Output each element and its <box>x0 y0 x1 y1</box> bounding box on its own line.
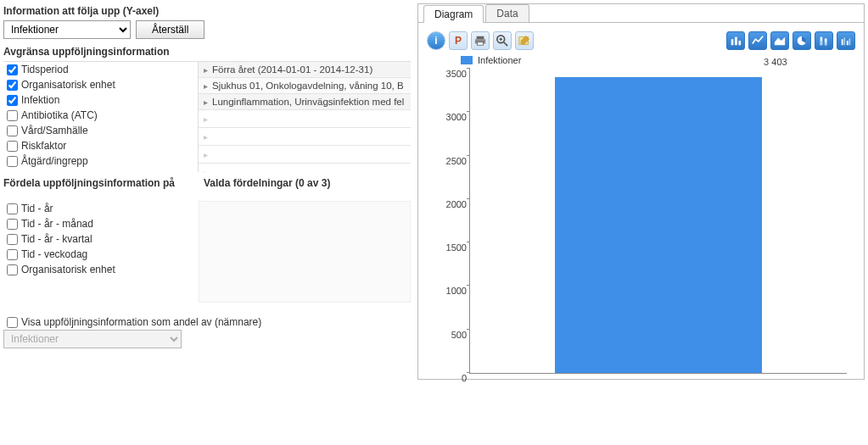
grouped-bar-icon[interactable] <box>837 31 855 50</box>
svg-rect-10 <box>739 41 742 45</box>
y-tick-label: 2000 <box>436 199 467 209</box>
share-checkbox[interactable] <box>7 317 18 328</box>
share-checkbox-row[interactable]: Visa uppföljningsinformation som andel a… <box>3 314 411 330</box>
tab-data[interactable]: Data <box>485 4 529 22</box>
stacked-bar-icon[interactable] <box>815 31 833 50</box>
dist-item-org-enhet[interactable]: Organisatorisk enhet <box>3 262 199 277</box>
info-icon[interactable]: i <box>427 31 445 50</box>
line-chart-icon[interactable] <box>748 31 767 50</box>
filter-item-tidsperiod[interactable]: Tidsperiod <box>3 62 198 77</box>
filter-left-list[interactable]: Tidsperiod Organisatorisk enhet Infektio… <box>3 62 199 172</box>
edit-icon[interactable] <box>515 31 534 50</box>
valda-title: Valda fördelningar (0 av 3) <box>204 177 411 189</box>
y-tick-label: 1000 <box>436 286 467 296</box>
chart-bar <box>555 77 762 373</box>
svg-rect-9 <box>735 37 737 46</box>
powerpoint-icon[interactable]: P <box>449 31 468 50</box>
filter-item-atgard[interactable]: Åtgärd/ingrepp <box>3 153 198 169</box>
chart-plot: 05001000150020002500300035003 403 <box>469 69 847 374</box>
info-select[interactable]: Infektioner <box>3 20 131 39</box>
caret-right-icon: ▸ <box>204 132 208 142</box>
area-chart-icon[interactable] <box>770 31 789 50</box>
print-icon[interactable] <box>471 31 490 50</box>
toolbar-left: i P <box>427 31 534 50</box>
caret-right-icon: ▸ <box>204 150 208 159</box>
bar-chart-icon[interactable] <box>726 31 745 50</box>
filter-item-riskfaktor[interactable]: Riskfaktor <box>3 138 198 153</box>
svg-rect-8 <box>731 39 734 45</box>
chart-legend: Infektioner <box>461 55 855 65</box>
filter-right-list[interactable]: ▸Förra året (2014-01-01 - 2014-12-31) ▸S… <box>199 62 411 172</box>
svg-rect-0 <box>477 36 484 40</box>
y-tick-label: 500 <box>436 330 467 340</box>
share-checkbox-label: Visa uppföljningsinformation som andel a… <box>21 316 261 328</box>
svg-rect-16 <box>825 42 827 46</box>
filter-item-organisatorisk-enhet[interactable]: Organisatorisk enhet <box>3 77 198 92</box>
caret-right-icon: ▸ <box>204 168 208 172</box>
svg-line-4 <box>504 42 507 46</box>
filter-right-empty: ▸ <box>199 110 411 128</box>
y-tick-label: 2500 <box>436 156 467 166</box>
svg-rect-17 <box>842 39 843 45</box>
filter-right-empty: ▸ <box>199 128 411 146</box>
valda-fordelningar-panel <box>199 201 411 303</box>
info-title: Information att följa upp (Y-axel) <box>3 5 411 17</box>
dist-item-tid-kvartal[interactable]: Tid - år - kvartal <box>3 231 199 247</box>
y-tick-label: 3500 <box>436 69 467 79</box>
share-select: Infektioner <box>3 330 182 348</box>
dist-title: Fördela uppföljningsinformation på <box>3 177 199 189</box>
zoom-in-icon[interactable] <box>493 31 512 50</box>
dist-item-tid-ar[interactable]: Tid - år <box>3 201 199 216</box>
legend-swatch <box>461 56 473 64</box>
y-tick-label: 3000 <box>436 112 467 122</box>
filter-item-antibiotika[interactable]: Antibiotika (ATC) <box>3 108 198 123</box>
filter-right-empty: ▸ <box>199 164 411 172</box>
dist-left-list[interactable]: Tid - år Tid - år - månad Tid - år - kva… <box>3 201 199 303</box>
y-tick-label: 0 <box>436 373 467 383</box>
caret-right-icon: ▸ <box>204 81 208 91</box>
caret-right-icon: ▸ <box>204 114 208 124</box>
svg-marker-11 <box>775 37 785 46</box>
caret-right-icon: ▸ <box>204 65 208 75</box>
bar-value-label: 3 403 <box>764 57 787 67</box>
filter-item-vard-samhalle[interactable]: Vård/Samhälle <box>3 123 198 138</box>
svg-rect-18 <box>843 38 845 46</box>
svg-rect-2 <box>478 42 484 46</box>
tab-diagram[interactable]: Diagram <box>423 5 484 23</box>
legend-label: Infektioner <box>478 55 521 65</box>
filter-item-infektion[interactable]: Infektion <box>3 92 198 108</box>
filter-right-row[interactable]: ▸Lunginflammation, Urinvägsinfektion med… <box>199 94 411 110</box>
pie-chart-icon[interactable] <box>792 31 811 50</box>
filter-title: Avgränsa uppföljningsinformation <box>3 46 411 58</box>
filter-right-row[interactable]: ▸Förra året (2014-01-01 - 2014-12-31) <box>199 62 411 78</box>
reset-button[interactable]: Återställ <box>136 20 204 39</box>
dist-item-tid-veckodag[interactable]: Tid - veckodag <box>3 247 199 262</box>
filter-right-empty: ▸ <box>199 146 411 164</box>
svg-rect-14 <box>820 41 823 45</box>
dist-item-tid-manad[interactable]: Tid - år - månad <box>3 216 199 231</box>
svg-rect-20 <box>849 38 851 45</box>
y-tick-label: 1500 <box>436 242 467 253</box>
svg-rect-19 <box>847 41 848 45</box>
caret-right-icon: ▸ <box>204 97 208 107</box>
filter-right-row[interactable]: ▸Sjukhus 01, Onkologavdelning, våning 10… <box>199 78 411 94</box>
toolbar-right <box>726 31 855 50</box>
